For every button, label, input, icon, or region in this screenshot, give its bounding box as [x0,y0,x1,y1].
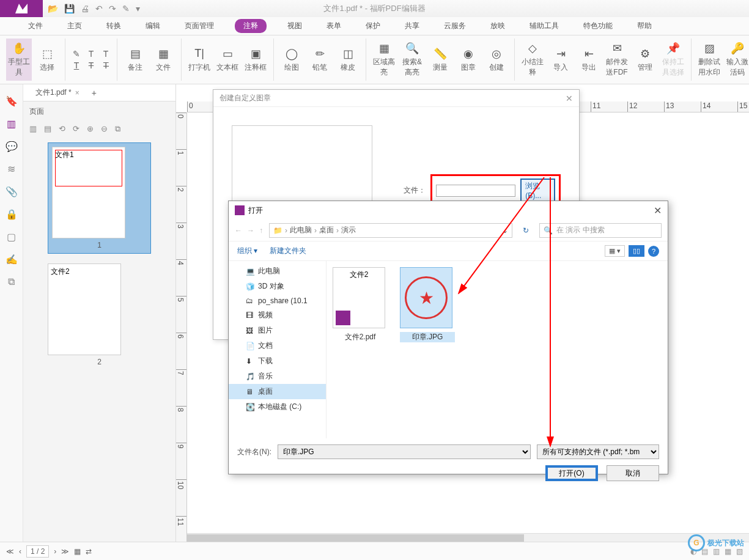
menu-share[interactable]: 共享 [401,18,423,34]
page-indicator[interactable]: 1 / 2 [26,545,49,558]
tool-manage[interactable]: ⚙管理 [632,39,658,81]
qat-brush-icon[interactable]: ✎ [122,4,130,13]
nav-up-icon[interactable]: ↑ [259,226,263,235]
tree-item[interactable]: 🖥桌面 [229,384,326,399]
menu-convert[interactable]: 转换 [103,18,125,34]
help-icon[interactable]: ? [648,246,659,257]
tree-item[interactable]: 🎞视频 [229,308,326,323]
new-folder-button[interactable]: 新建文件夹 [270,246,306,256]
menu-features[interactable]: 特色功能 [580,18,616,34]
menu-edit[interactable]: 编辑 [142,18,164,34]
horizontal-scrollbar[interactable] [187,533,749,542]
menu-home[interactable]: 主页 [64,18,86,34]
tool-export[interactable]: ⇤导出 [576,39,602,81]
nav-field-icon[interactable]: ▢ [7,231,16,243]
tool-draw[interactable]: ◯绘图 [279,39,304,81]
tree-item[interactable]: 🎵音乐 [229,369,326,384]
thumb-tool-icon[interactable]: ▤ [44,124,51,134]
tool-stamp[interactable]: ◉图章 [456,39,481,81]
file-item[interactable]: 文件2文件2.pdf [333,267,388,342]
tool-del-watermark[interactable]: ▨删除试用水印 [696,39,722,81]
page-thumbnail-2[interactable]: 文件2 2 [48,263,151,366]
nav-comments-icon[interactable]: 💬 [6,141,18,152]
qat-save-icon[interactable]: 💾 [64,4,75,13]
tool-eraser[interactable]: ◫橡皮 [335,39,361,81]
thumb-tool-icon[interactable]: ⧉ [115,124,120,134]
marquee-icon[interactable]: ▦ [74,547,81,556]
breadcrumb[interactable]: 📁› 此电脑› 桌面› 演示 ⌄ [269,223,512,238]
thumb-tool-icon[interactable]: ▥ [29,124,37,134]
organize-menu[interactable]: 组织 ▾ [237,246,257,256]
menu-accessibility[interactable]: 辅助工具 [526,18,563,34]
thumb-tool-icon[interactable]: ⟳ [73,124,79,134]
nav-attach-icon[interactable]: 📎 [6,186,18,197]
menu-help[interactable]: 帮助 [633,18,655,34]
preview-pane-icon[interactable]: ▯▯ [629,245,644,257]
tree-item[interactable]: 💻此电脑 [229,263,326,279]
browse-button[interactable]: 浏览(B)... [520,179,555,202]
nav-security-icon[interactable]: 🔒 [6,208,18,220]
tool-summary[interactable]: ◇小结注释 [520,39,545,81]
last-page-icon[interactable]: ≫ [61,547,69,556]
nav-pages-icon[interactable]: ▥ [7,118,16,130]
nav-clipboard-icon[interactable]: ⧉ [8,276,15,287]
tree-item[interactable]: 🗂po_share (10.1 [229,294,326,308]
filename-input[interactable]: 印章.JPG [278,444,531,459]
tool-commentbox[interactable]: ▣注释框 [243,39,268,81]
tool-hand[interactable]: ✋手型工具 [6,39,32,81]
toggle-icon[interactable]: ⇄ [86,547,92,556]
nav-sign-icon[interactable]: ✍ [6,254,18,265]
filetype-select[interactable]: 所有可支持的文件 (*.pdf; *.bm [537,444,659,459]
menu-file[interactable]: 文件 [24,18,46,34]
document-tab[interactable]: 文件1.pdf *× [29,84,86,101]
tree-item[interactable]: 🖼图片 [229,323,326,338]
tree-item[interactable]: 💽本地磁盘 (C:) [229,399,326,414]
tool-sendfdf[interactable]: ✉邮件发送FDF [604,39,630,81]
qat-print-icon[interactable]: 🖨 [81,4,89,13]
tool-textbox[interactable]: ▭文本框 [215,39,240,81]
tool-activate[interactable]: 🔑输入激活码 [725,39,749,81]
tool-search-highlight[interactable]: 🔍搜索&高亮 [399,39,425,81]
refresh-icon[interactable]: ↻ [518,226,533,235]
tree-item[interactable]: ⬇下载 [229,353,326,369]
qat-more-icon[interactable]: ▾ [136,4,140,13]
tree-item[interactable]: 🧊3D 对象 [229,279,326,294]
menu-slideshow[interactable]: 放映 [487,18,509,34]
nav-bookmark-icon[interactable]: 🔖 [6,95,18,107]
chevron-down-icon[interactable]: ⌄ [502,226,508,235]
menu-annotate[interactable]: 注释 [235,19,267,33]
close-icon[interactable]: ✕ [566,94,573,103]
menu-pages[interactable]: 页面管理 [181,18,218,34]
text-tools-3[interactable]: TT̶ [100,39,112,81]
next-page-icon[interactable]: › [54,547,56,556]
file-item[interactable]: ★印章.JPG [400,267,455,342]
close-tab-icon[interactable]: × [75,89,79,97]
nav-forward-icon[interactable]: → [247,226,254,235]
tool-select[interactable]: ⬚选择 [34,39,60,81]
tool-create[interactable]: ◎创建 [484,39,509,81]
menu-cloud[interactable]: 云服务 [440,18,470,34]
thumb-tool-icon[interactable]: ⟲ [59,124,65,134]
tool-measure[interactable]: 📏测量 [427,39,453,81]
cancel-button[interactable]: 取消 [607,465,659,481]
nav-back-icon[interactable]: ← [235,226,242,235]
search-input[interactable]: 🔍在 演示 中搜索 [539,223,662,238]
text-tools[interactable]: ✎T [70,39,83,81]
file-input[interactable] [436,185,515,197]
tool-pencil[interactable]: ✏铅笔 [307,39,333,81]
tool-note[interactable]: ▤备注 [122,39,148,81]
tool-file[interactable]: ▦文件 [150,39,176,81]
view-mode-icon[interactable]: ▦ ▾ [605,245,625,257]
open-button[interactable]: 打开(O) [545,465,598,481]
menu-protect[interactable]: 保护 [362,18,384,34]
menu-form[interactable]: 表单 [323,18,345,34]
close-icon[interactable]: ✕ [654,205,662,216]
tool-area-highlight[interactable]: ▦区域高亮 [371,39,397,81]
prev-page-icon[interactable]: ‹ [19,547,21,556]
thumb-tool-icon[interactable]: ⊕ [87,124,94,134]
tree-item[interactable]: 📄文档 [229,338,326,353]
nav-layers-icon[interactable]: ≋ [7,163,15,175]
new-tab-icon[interactable]: + [92,88,97,98]
menu-view[interactable]: 视图 [284,18,306,34]
thumb-tool-icon[interactable]: ⊖ [101,124,108,134]
